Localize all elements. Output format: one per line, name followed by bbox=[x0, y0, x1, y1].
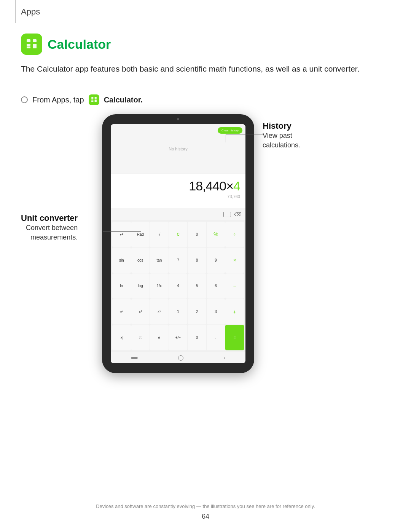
key-x2[interactable]: x² bbox=[131, 299, 150, 324]
key-8[interactable]: 8 bbox=[188, 248, 206, 273]
expression-text: 18,440× bbox=[189, 179, 233, 193]
calculator-app-icon bbox=[21, 34, 42, 55]
unit-connector-horizontal bbox=[103, 231, 141, 232]
tablet-screen: Clear history No history 18,440×4 73,760… bbox=[111, 124, 245, 363]
svg-rect-5 bbox=[91, 97, 93, 99]
svg-rect-8 bbox=[94, 97, 96, 99]
nav-recents-icon[interactable] bbox=[131, 357, 138, 359]
nav-back-icon[interactable]: ‹ bbox=[224, 355, 225, 361]
key-cos[interactable]: cos bbox=[131, 248, 150, 273]
calculator-title: Calculator bbox=[48, 37, 111, 52]
svg-rect-9 bbox=[94, 99, 96, 102]
key-6[interactable]: 6 bbox=[207, 273, 225, 299]
svg-rect-7 bbox=[91, 101, 93, 102]
tablet-camera bbox=[177, 118, 179, 120]
key-sqrt[interactable]: √ bbox=[150, 222, 169, 247]
svg-rect-1 bbox=[27, 44, 30, 46]
key-2[interactable]: 2 bbox=[188, 299, 206, 324]
key-subtract[interactable]: − bbox=[225, 273, 244, 299]
history-connector-horizontal bbox=[226, 134, 263, 134]
unit-annotation-desc: Convert betweenmeasurements. bbox=[21, 223, 78, 242]
key-pi[interactable]: π bbox=[131, 325, 150, 350]
step-calc-icon bbox=[89, 94, 99, 105]
key-7[interactable]: 7 bbox=[169, 248, 188, 273]
key-ex[interactable]: eˣ bbox=[112, 299, 131, 324]
svg-rect-0 bbox=[27, 39, 30, 42]
svg-rect-2 bbox=[27, 46, 30, 48]
key-multiply[interactable]: × bbox=[225, 248, 244, 273]
step-text: From Apps, tap bbox=[32, 96, 84, 104]
key-tan[interactable]: tan bbox=[150, 248, 169, 273]
key-clear[interactable]: C bbox=[169, 222, 188, 247]
display-area: 18,440×4 73,760 bbox=[111, 174, 245, 208]
main-expression: 18,440×4 bbox=[189, 179, 240, 193]
key-ln[interactable]: ln bbox=[112, 273, 131, 299]
key-log[interactable]: log bbox=[131, 273, 150, 299]
tablet-mockup: Clear history No history 18,440×4 73,760… bbox=[102, 114, 254, 373]
unit-converter-button[interactable] bbox=[223, 212, 231, 217]
key-inv[interactable]: 1/x bbox=[150, 273, 169, 299]
page-number: 64 bbox=[202, 513, 209, 521]
key-percent[interactable]: % bbox=[207, 222, 225, 247]
key-0[interactable]: 0 bbox=[188, 325, 206, 350]
key-3[interactable]: 3 bbox=[207, 299, 225, 324]
step-instruction: From Apps, tap Calculator. bbox=[21, 94, 143, 105]
page-title: Apps bbox=[21, 7, 40, 17]
action-bar: ⌫ bbox=[111, 208, 245, 220]
no-history-text: No history bbox=[169, 147, 188, 151]
key-divide[interactable]: ÷ bbox=[225, 222, 244, 247]
key-xy[interactable]: xʸ bbox=[150, 299, 169, 324]
secondary-result: 73,760 bbox=[227, 194, 240, 199]
history-annotation-desc: View pastcalculations. bbox=[263, 131, 300, 150]
backspace-button[interactable]: ⌫ bbox=[234, 211, 242, 217]
key-4[interactable]: 4 bbox=[169, 273, 188, 299]
nav-home-icon[interactable] bbox=[178, 355, 183, 361]
step-bullet-icon bbox=[21, 96, 28, 103]
key-abs[interactable]: |x| bbox=[112, 325, 131, 350]
svg-rect-6 bbox=[91, 99, 93, 101]
page-left-border bbox=[15, 0, 16, 23]
key-add[interactable]: + bbox=[225, 299, 244, 324]
key-equals[interactable]: = bbox=[225, 325, 244, 350]
svg-rect-4 bbox=[33, 44, 37, 48]
key-euler[interactable]: e bbox=[150, 325, 169, 350]
svg-rect-3 bbox=[33, 39, 37, 42]
key-rad[interactable]: Rad bbox=[131, 222, 150, 247]
history-annotation-title: History bbox=[263, 121, 300, 131]
keypad: ⇄ Rad √ C 0 % ÷ sin cos tan 7 8 9 × ln l… bbox=[111, 220, 245, 352]
key-convert[interactable]: ⇄ bbox=[112, 222, 131, 247]
step-app-name: Calculator. bbox=[104, 96, 143, 104]
key-9[interactable]: 9 bbox=[207, 248, 225, 273]
unit-annotation-title: Unit converter bbox=[21, 213, 78, 223]
cursor-char: 4 bbox=[233, 179, 240, 193]
history-area: Clear history No history bbox=[111, 124, 245, 174]
key-sin[interactable]: sin bbox=[112, 248, 131, 273]
calculator-description: The Calculator app features both basic a… bbox=[21, 63, 359, 75]
key-zero-sci[interactable]: 0 bbox=[188, 222, 206, 247]
key-5[interactable]: 5 bbox=[188, 273, 206, 299]
nav-bar: ‹ bbox=[111, 352, 245, 363]
unit-annotation: Unit converter Convert betweenmeasuremen… bbox=[21, 213, 78, 242]
tablet-outer: Clear history No history 18,440×4 73,760… bbox=[102, 114, 254, 373]
key-1[interactable]: 1 bbox=[169, 299, 188, 324]
footer-note: Devices and software are constantly evol… bbox=[96, 503, 315, 509]
history-connector-vertical bbox=[226, 134, 226, 142]
key-plusminus[interactable]: +/− bbox=[169, 325, 188, 350]
calculator-header: Calculator bbox=[21, 34, 111, 55]
key-decimal[interactable]: . bbox=[207, 325, 225, 350]
history-annotation: History View pastcalculations. bbox=[263, 121, 300, 150]
clear-history-button[interactable]: Clear history bbox=[218, 127, 242, 134]
